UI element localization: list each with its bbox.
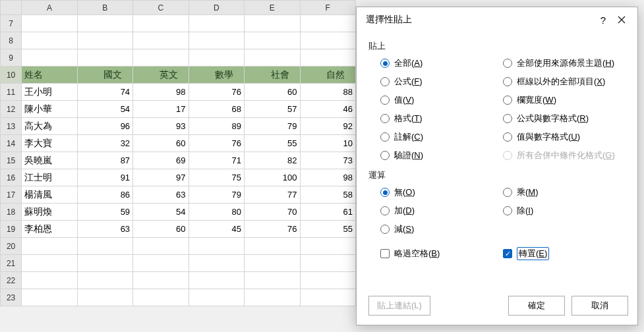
cell[interactable]: [77, 255, 132, 272]
radio-formats[interactable]: 格式(T): [380, 113, 503, 124]
cell[interactable]: 54: [133, 204, 189, 221]
close-button[interactable]: [612, 13, 631, 27]
cell[interactable]: 76: [189, 84, 244, 101]
cell[interactable]: 58: [300, 186, 355, 204]
cell[interactable]: 86: [77, 186, 132, 204]
radio-theme[interactable]: 全部使用來源佈景主題(H): [503, 57, 626, 69]
row-header[interactable]: 9: [1, 49, 22, 67]
cell[interactable]: 69: [133, 152, 189, 169]
col-header[interactable]: F: [300, 1, 355, 15]
radio-validation[interactable]: 驗證(N): [380, 150, 503, 161]
cell[interactable]: 91: [77, 169, 132, 186]
cell[interactable]: [77, 289, 132, 306]
row-header[interactable]: 12: [1, 101, 22, 118]
cell[interactable]: 87: [77, 152, 132, 169]
radio-colwidth[interactable]: 欄寬度(W): [503, 94, 626, 106]
cell[interactable]: 60: [133, 221, 189, 238]
cell[interactable]: [300, 272, 355, 289]
radio-values[interactable]: 值(V): [380, 94, 503, 106]
row-header[interactable]: 17: [1, 186, 22, 204]
cell[interactable]: 88: [300, 84, 355, 101]
cell[interactable]: 71: [189, 152, 244, 169]
cell[interactable]: 陳小華: [22, 101, 77, 118]
cell[interactable]: 45: [189, 221, 244, 238]
cell[interactable]: 97: [133, 169, 189, 186]
cell[interactable]: [189, 255, 244, 272]
paste-link-button[interactable]: 貼上連結(L): [368, 296, 430, 316]
cell[interactable]: 93: [133, 118, 189, 135]
cell[interactable]: [22, 49, 77, 67]
cell[interactable]: 70: [245, 204, 300, 221]
cell[interactable]: 73: [300, 152, 355, 169]
cell[interactable]: 92: [300, 118, 355, 135]
cell[interactable]: [189, 289, 244, 306]
cell[interactable]: [77, 272, 132, 289]
radio-comments[interactable]: 註解(C): [380, 131, 503, 143]
cancel-button[interactable]: 取消: [571, 296, 628, 316]
cell[interactable]: 76: [189, 135, 244, 152]
cell[interactable]: 80: [189, 204, 244, 221]
row-header[interactable]: 8: [1, 32, 22, 49]
cell[interactable]: [133, 255, 189, 272]
cell[interactable]: [189, 49, 244, 67]
cell[interactable]: [300, 255, 355, 272]
row-header[interactable]: 19: [1, 221, 22, 238]
radio-formulas[interactable]: 公式(F): [380, 76, 503, 88]
radio-fmtnum[interactable]: 公式與數字格式(R): [503, 113, 626, 124]
cell[interactable]: 10: [300, 135, 355, 152]
cell[interactable]: [300, 15, 355, 32]
cell[interactable]: 54: [77, 101, 132, 118]
cell[interactable]: 國文: [77, 67, 132, 84]
col-header[interactable]: A: [22, 1, 77, 15]
cell[interactable]: 32: [77, 135, 132, 152]
cell[interactable]: [77, 32, 132, 49]
radio-divide[interactable]: 除(I): [503, 205, 626, 217]
cell[interactable]: 79: [245, 118, 300, 135]
cell[interactable]: 蘇明煥: [22, 204, 77, 221]
cell[interactable]: 57: [245, 101, 300, 118]
cell[interactable]: [245, 238, 300, 255]
cell[interactable]: [133, 238, 189, 255]
cell[interactable]: [245, 289, 300, 306]
col-header[interactable]: E: [245, 1, 300, 15]
row-header[interactable]: 16: [1, 169, 22, 186]
cell[interactable]: 75: [189, 169, 244, 186]
skip-blanks-checkbox[interactable]: 略過空格(B): [380, 247, 503, 260]
cell[interactable]: 96: [77, 118, 132, 135]
row-header[interactable]: 13: [1, 118, 22, 135]
cell[interactable]: [22, 238, 77, 255]
grid[interactable]: ABCDEF78910姓名國文英文數學社會自然11王小明749876608812…: [0, 0, 356, 306]
cell[interactable]: [245, 49, 300, 67]
col-header[interactable]: B: [77, 1, 132, 15]
cell[interactable]: 60: [245, 84, 300, 101]
cell[interactable]: 社會: [245, 67, 300, 84]
cell[interactable]: [189, 15, 244, 32]
cell[interactable]: 63: [77, 221, 132, 238]
cell[interactable]: [22, 32, 77, 49]
cell[interactable]: 李柏恩: [22, 221, 77, 238]
row-header[interactable]: 23: [1, 289, 22, 306]
cell[interactable]: 59: [77, 204, 132, 221]
cell[interactable]: 98: [133, 84, 189, 101]
cell[interactable]: 吳曉嵐: [22, 152, 77, 169]
cell[interactable]: 高大為: [22, 118, 77, 135]
row-header[interactable]: 7: [1, 15, 22, 32]
cell[interactable]: [77, 49, 132, 67]
row-header[interactable]: 10: [1, 67, 22, 84]
help-button[interactable]: ?: [594, 13, 612, 27]
cell[interactable]: 77: [245, 186, 300, 204]
cell[interactable]: [77, 15, 132, 32]
row-header[interactable]: 15: [1, 152, 22, 169]
cell[interactable]: 姓名: [22, 67, 77, 84]
cell[interactable]: 63: [133, 186, 189, 204]
cell[interactable]: 74: [77, 84, 132, 101]
cell[interactable]: 68: [189, 101, 244, 118]
cell[interactable]: [22, 289, 77, 306]
cell[interactable]: 98: [300, 169, 355, 186]
row-header[interactable]: 14: [1, 135, 22, 152]
select-all-corner[interactable]: [1, 1, 22, 15]
cell[interactable]: 55: [245, 135, 300, 152]
row-header[interactable]: 18: [1, 204, 22, 221]
cell[interactable]: 王小明: [22, 84, 77, 101]
cell[interactable]: 17: [133, 101, 189, 118]
